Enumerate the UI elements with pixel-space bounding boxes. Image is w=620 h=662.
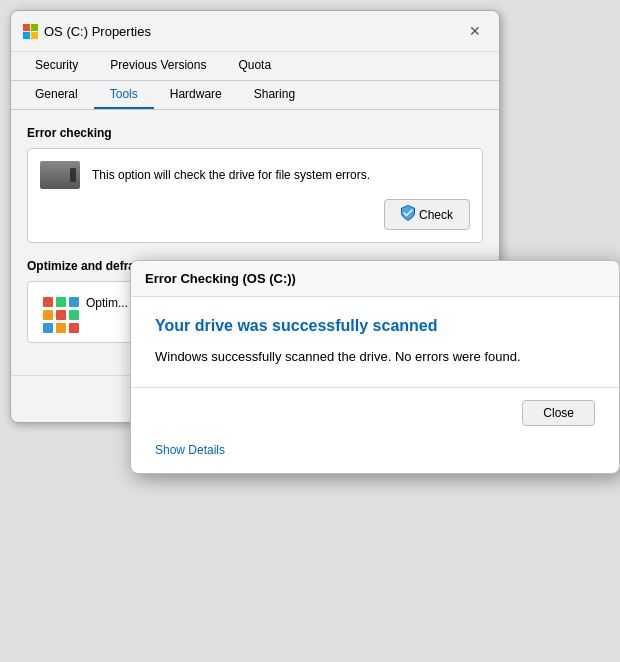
show-details-link[interactable]: Show Details: [155, 443, 225, 457]
tabs-row-2: General Tools Hardware Sharing: [11, 81, 499, 110]
dialog-actions: Close: [155, 400, 595, 426]
tab-tools[interactable]: Tools: [94, 81, 154, 109]
dialog-success-heading: Your drive was successfully scanned: [155, 317, 595, 335]
check-button[interactable]: Check: [384, 199, 470, 230]
error-checking-title: Error checking: [27, 126, 483, 140]
tab-previous-versions[interactable]: Previous Versions: [94, 52, 222, 80]
dialog-title: Error Checking (OS (C:)): [145, 271, 296, 286]
error-checking-row: This option will check the drive for fil…: [40, 161, 470, 189]
title-bar-left: OS (C:) Properties: [23, 24, 151, 39]
close-button[interactable]: ✕: [463, 19, 487, 43]
dialog-description: Windows successfully scanned the drive. …: [155, 347, 595, 367]
dialog-divider: [131, 387, 619, 388]
dialog-close-button[interactable]: Close: [522, 400, 595, 426]
defrag-icon: [40, 294, 76, 330]
tab-quota[interactable]: Quota: [222, 52, 287, 80]
dialog-title-bar: Error Checking (OS (C:)): [131, 261, 619, 297]
tab-rows: Security Previous Versions Quota General…: [11, 52, 499, 110]
error-checking-description: This option will check the drive for fil…: [92, 166, 370, 184]
shield-icon: [401, 205, 415, 224]
tab-general[interactable]: General: [19, 81, 94, 109]
drive-icon: [40, 161, 80, 189]
tab-hardware[interactable]: Hardware: [154, 81, 238, 109]
title-bar: OS (C:) Properties ✕: [11, 11, 499, 52]
optimize-description: Optim...: [86, 294, 128, 312]
error-checking-dialog: Error Checking (OS (C:)) Your drive was …: [130, 260, 620, 474]
dialog-body: Your drive was successfully scanned Wind…: [131, 297, 619, 473]
tabs-row-1: Security Previous Versions Quota: [11, 52, 499, 81]
check-button-label: Check: [419, 208, 453, 222]
error-checking-box: This option will check the drive for fil…: [27, 148, 483, 243]
tab-security[interactable]: Security: [19, 52, 94, 80]
windows-icon: [23, 24, 38, 39]
window-title: OS (C:) Properties: [44, 24, 151, 39]
tab-sharing[interactable]: Sharing: [238, 81, 311, 109]
error-checking-section: Error checking This option will check th…: [27, 126, 483, 243]
